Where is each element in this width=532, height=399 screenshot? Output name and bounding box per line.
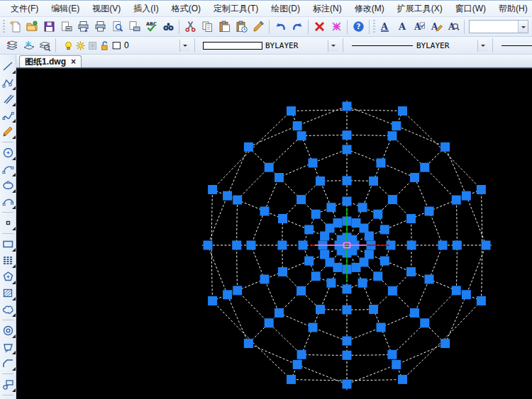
linetype-combo-dropdown-icon[interactable] [477,40,487,52]
erase-button[interactable] [311,18,328,35]
grip-handle[interactable] [410,173,419,182]
sketch-button[interactable] [1,124,16,139]
web-spoke[interactable] [358,256,449,347]
unlock-icon[interactable] [99,40,110,51]
text-style-combo[interactable] [469,20,528,33]
grip-handle[interactable] [343,285,352,294]
boundary-button[interactable] [1,286,16,300]
find-button[interactable] [160,18,177,35]
color-combo-dropdown-icon[interactable] [328,40,338,52]
grip-handle[interactable] [233,196,242,205]
grip-handle[interactable] [358,279,367,288]
export-acis-button[interactable] [57,18,74,35]
grip-handle[interactable] [343,176,352,185]
grip-handle[interactable] [377,159,386,168]
grip-handle[interactable] [369,305,378,314]
grip-handle[interactable] [453,241,462,250]
grip-handle[interactable] [388,286,397,296]
menu-item-window[interactable]: 窗口(W) [449,1,492,17]
grip-handle[interactable] [309,159,318,168]
spline-button[interactable] [1,108,16,123]
grip-handle[interactable] [311,271,321,281]
menu-item-edit[interactable]: 编辑(E) [45,1,86,17]
leader-button[interactable] [1,377,16,392]
grip-handle[interactable] [407,241,416,250]
grip-handle[interactable] [244,142,253,152]
grip-handle[interactable] [293,360,302,369]
combo-dropdown-icon[interactable] [518,21,528,33]
layer-combo-dropdown-icon[interactable] [179,40,189,52]
grip-handle[interactable] [392,121,401,130]
grip-handle[interactable] [380,225,389,234]
web-spoke[interactable] [245,143,336,235]
bulb-icon[interactable] [63,40,74,51]
grip-handle[interactable] [373,271,382,281]
menu-item-express-tools[interactable]: 扩展工具(X) [391,1,449,17]
grip-handle[interactable] [304,257,314,266]
grip-handle[interactable] [297,131,306,140]
purge-button[interactable] [328,18,345,35]
text-style-button[interactable]: A [377,18,394,35]
grip-handle[interactable] [388,195,397,204]
grip-handle[interactable] [311,210,321,219]
grip-handle[interactable] [358,203,367,212]
cut-button[interactable] [182,18,199,35]
point-button[interactable] [1,215,16,230]
grip-handle[interactable] [260,207,270,216]
menu-item-help[interactable]: 帮助(H) [492,1,532,17]
grip-handle[interactable] [343,337,352,346]
layer-combo[interactable]: 0 [60,39,190,52]
grip-handle[interactable] [265,318,274,327]
grip-handle[interactable] [398,106,407,116]
line-button[interactable] [1,59,16,74]
print-button[interactable] [92,18,109,35]
grip-handle[interactable] [477,185,486,194]
linetype-combo[interactable]: BYLAYER [348,39,488,52]
grip-handle[interactable] [425,207,434,216]
grip-handle[interactable] [462,290,471,299]
grip-handle[interactable] [316,305,325,314]
layer-properties-button[interactable] [4,38,21,53]
grip-handle[interactable] [452,196,461,205]
layer-manager-button[interactable] [37,38,53,53]
layer-swatch-icon[interactable] [111,40,122,51]
grip-handle[interactable] [343,130,352,140]
open-button[interactable] [23,18,40,35]
grip-handle[interactable] [277,241,287,250]
single-line-text-button[interactable]: A [394,18,411,35]
circle-button[interactable] [1,145,16,160]
grip-handle[interactable] [343,351,352,360]
grip-handle[interactable] [406,267,416,276]
menu-item-insert[interactable]: 插入(I) [127,1,165,17]
tab-close-icon[interactable]: × [71,57,76,66]
menu-item-file[interactable]: 文件(F) [4,1,45,17]
vp-freeze-icon[interactable] [87,40,98,51]
menu-item-view[interactable]: 视图(V) [86,1,127,17]
grip-handle[interactable] [462,191,471,201]
grip-handle[interactable] [299,241,308,250]
plot-button[interactable] [74,18,92,35]
grip-handle[interactable] [232,241,241,250]
sun-icon[interactable] [75,40,86,51]
grip-handle[interactable] [278,267,287,276]
grip-handle[interactable] [326,203,336,212]
grip-handle[interactable] [208,296,217,305]
redo-button[interactable] [289,18,306,35]
color-combo[interactable]: BYLAYER [199,39,338,52]
grip-handle[interactable] [297,195,306,204]
format-painter-button[interactable] [250,18,267,35]
region-button[interactable] [1,339,16,354]
grip-handle[interactable] [233,286,242,295]
text-edit-button[interactable]: A [428,18,445,35]
grip-handle[interactable] [244,339,253,348]
multiline-button[interactable] [1,253,16,268]
grip-handle[interactable] [247,241,256,250]
revision-cloud-button[interactable] [1,302,16,317]
grip-handle[interactable] [343,305,352,315]
undo-button[interactable] [272,18,289,35]
grip-handle[interactable] [365,250,374,259]
new-button[interactable] [6,18,23,35]
donut-button[interactable] [1,323,16,338]
grip-handle[interactable] [275,173,284,182]
menu-item-draw[interactable]: 绘图(D) [265,1,306,17]
